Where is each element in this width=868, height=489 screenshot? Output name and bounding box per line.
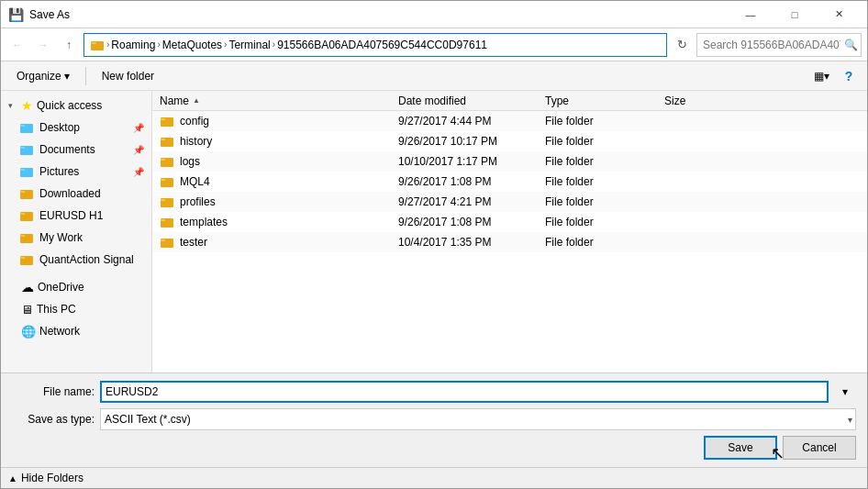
sidebar-thispc-label: This PC: [37, 303, 76, 316]
svg-rect-23: [161, 179, 165, 181]
sidebar-onedrive-label: OneDrive: [38, 281, 84, 294]
path-separator-1: ›: [106, 39, 109, 50]
mql4-folder-icon: [160, 174, 174, 189]
sidebar-pictures-label: Pictures: [39, 165, 79, 178]
address-path[interactable]: › Roaming › MetaQuotes › Terminal › 9155…: [83, 33, 667, 57]
organize-label: Organize: [17, 70, 61, 83]
window-icon: 💾: [8, 7, 24, 22]
sidebar-desktop-label: Desktop: [39, 121, 80, 134]
file-row-config[interactable]: config 9/27/2017 4:44 PM File folder: [152, 111, 867, 131]
mql4-date: 9/26/2017 1:08 PM: [398, 175, 491, 188]
logs-name: logs: [180, 155, 200, 168]
close-button[interactable]: ✕: [818, 1, 860, 28]
savetype-label: Save as type:: [12, 413, 95, 426]
network-icon: 🌐: [21, 325, 36, 339]
sidebar-quick-access-header[interactable]: ▾ ★ Quick access: [1, 94, 151, 117]
onedrive-icon: ☁: [21, 280, 34, 295]
back-button[interactable]: ←: [6, 34, 28, 56]
savetype-select[interactable]: ASCII Text (*.csv): [100, 408, 856, 430]
downloaded-folder-icon: [19, 186, 34, 201]
path-separator-2: ›: [157, 39, 160, 50]
config-type: File folder: [545, 115, 594, 128]
svg-rect-27: [161, 219, 165, 221]
address-bar: ← → ↑ › Roaming › MetaQuotes › Terminal …: [1, 28, 867, 61]
pictures-folder-icon: [19, 164, 34, 179]
organize-button[interactable]: Organize ▾: [8, 65, 78, 87]
sort-arrow: ▲: [193, 96, 200, 105]
filename-dropdown-icon[interactable]: ▾: [834, 385, 856, 398]
mywork-folder-icon: [19, 230, 34, 245]
hide-folders-bar[interactable]: ▲ Hide Folders: [1, 467, 867, 488]
help-button[interactable]: ?: [838, 65, 860, 87]
savetype-select-wrapper: ASCII Text (*.csv) ▾: [100, 408, 856, 430]
svg-rect-3: [20, 125, 25, 127]
tester-type: File folder: [545, 236, 594, 249]
new-folder-button[interactable]: New folder: [94, 65, 162, 87]
file-row-logs[interactable]: logs 10/10/2017 1:17 PM File folder: [152, 151, 867, 172]
svg-rect-11: [20, 213, 25, 215]
search-box[interactable]: 🔍: [696, 33, 862, 57]
sidebar-item-documents[interactable]: Documents 📌: [1, 139, 151, 161]
svg-rect-15: [20, 257, 25, 259]
hide-folders-chevron: ▲: [8, 473, 17, 483]
sidebar-network-label: Network: [39, 325, 80, 338]
svg-rect-19: [161, 139, 165, 140]
path-terminal: Terminal: [228, 39, 270, 51]
up-button[interactable]: ↑: [58, 34, 80, 56]
history-name: history: [180, 135, 212, 148]
sidebar-item-quantaction[interactable]: QuantAction Signal: [1, 249, 151, 271]
file-list-header: Name ▲ Date modified Type Size: [152, 91, 867, 111]
refresh-button[interactable]: ↻: [671, 34, 693, 56]
cancel-button[interactable]: Cancel: [783, 436, 856, 460]
svg-rect-1: [91, 42, 96, 44]
quick-access-icon: ★: [21, 98, 33, 113]
file-row-profiles[interactable]: profiles 9/27/2017 4:21 PM File folder: [152, 192, 867, 212]
sidebar-onedrive-header[interactable]: ☁ OneDrive: [1, 276, 151, 298]
documents-folder-icon: [19, 142, 34, 157]
config-folder-icon: [160, 114, 174, 128]
svg-rect-5: [20, 147, 25, 149]
file-row-templates[interactable]: templates 9/26/2017 1:08 PM File folder: [152, 212, 867, 232]
mql4-name: MQL4: [180, 175, 210, 188]
search-input[interactable]: [703, 39, 840, 51]
file-row-history[interactable]: history 9/26/2017 10:17 PM File folder: [152, 131, 867, 151]
view-icon: ▦: [814, 70, 824, 83]
quick-access-label: Quick access: [37, 99, 102, 112]
sidebar-network-header[interactable]: 🌐 Network: [1, 320, 151, 342]
file-row-mql4[interactable]: MQL4 9/26/2017 1:08 PM File folder: [152, 172, 867, 192]
sidebar-item-downloaded[interactable]: Downloaded: [1, 183, 151, 205]
filename-input[interactable]: [100, 381, 829, 403]
path-metaquotes: MetaQuotes: [162, 39, 222, 51]
view-arrow: ▾: [824, 70, 829, 83]
history-date: 9/26/2017 10:17 PM: [398, 135, 497, 148]
sidebar-item-desktop[interactable]: Desktop 📌: [1, 117, 151, 139]
sidebar-documents-label: Documents: [39, 143, 95, 156]
sidebar-item-pictures[interactable]: Pictures 📌: [1, 161, 151, 183]
sidebar-eurusd-label: EURUSD H1: [39, 209, 103, 222]
tester-name: tester: [180, 236, 207, 249]
sidebar-thispc-header[interactable]: 🖥 This PC: [1, 298, 151, 320]
save-button[interactable]: Save: [704, 436, 777, 460]
view-options-button[interactable]: ▦ ▾: [808, 65, 834, 87]
forward-button[interactable]: →: [32, 34, 54, 56]
path-roaming: Roaming: [111, 39, 155, 51]
minimize-button[interactable]: —: [729, 1, 772, 28]
window-controls: — □ ✕: [729, 1, 860, 28]
sidebar-item-eurusd[interactable]: EURUSD H1: [1, 205, 151, 227]
svg-rect-13: [20, 235, 25, 237]
col-type-header: Type: [545, 94, 569, 107]
file-row-tester[interactable]: tester 10/4/2017 1:35 PM File folder: [152, 232, 867, 252]
maximize-button[interactable]: □: [773, 1, 816, 28]
savetype-row: Save as type: ASCII Text (*.csv) ▾: [12, 408, 856, 430]
path-separator-4: ›: [273, 39, 275, 50]
save-buttons-row: Save ↖ Cancel: [12, 436, 856, 460]
cancel-label-text: Cancel: [802, 441, 836, 454]
sidebar-item-mywork[interactable]: My Work: [1, 227, 151, 249]
thispc-icon: 🖥: [21, 303, 33, 317]
toolbar: Organize ▾ New folder ▦ ▾ ?: [1, 61, 867, 91]
desktop-folder-icon: [19, 120, 34, 135]
logs-type: File folder: [545, 155, 594, 168]
save-area: File name: ▾ Save as type: ASCII Text (*…: [1, 372, 867, 467]
eurusd-folder-icon: [19, 208, 34, 223]
path-guid: 915566BA06ADA407569C544CC0D97611: [277, 39, 487, 51]
